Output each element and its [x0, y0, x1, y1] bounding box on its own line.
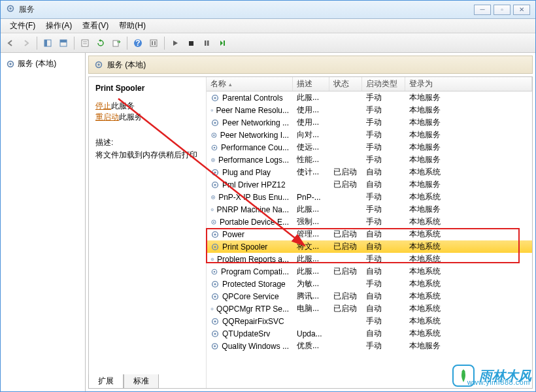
- properties-button[interactable]: [78, 36, 92, 50]
- table-row[interactable]: PnP-X IP Bus Enu...PnP-...手动本地系统: [207, 191, 532, 203]
- menu-file[interactable]: 文件(F): [5, 19, 41, 33]
- svg-point-67: [462, 370, 465, 374]
- svg-point-30: [213, 134, 214, 135]
- gear-icon: [210, 342, 219, 351]
- gear-icon: [210, 143, 218, 152]
- tree-root-services[interactable]: 服务 (本地): [3, 57, 82, 71]
- svg-point-52: [214, 270, 216, 272]
- tab-standard[interactable]: 标准: [124, 374, 159, 389]
- gear-icon: [210, 155, 216, 165]
- svg-rect-17: [207, 41, 209, 46]
- svg-point-26: [212, 110, 212, 110]
- svg-point-34: [212, 159, 214, 161]
- tab-extended[interactable]: 扩展: [88, 374, 124, 389]
- gear-icon: [210, 329, 220, 338]
- refresh-button[interactable]: [93, 36, 108, 50]
- close-button[interactable]: ✕: [513, 5, 530, 15]
- svg-point-32: [214, 146, 216, 148]
- table-row[interactable]: QTUpdateSrvUpda...自动本地系统: [207, 327, 532, 340]
- table-row[interactable]: Peer Networking I...向对...手动本地服务: [207, 129, 532, 141]
- svg-point-44: [213, 221, 214, 222]
- table-row[interactable]: Protected Storage为敏...手动本地系统: [207, 278, 532, 290]
- table-row[interactable]: Quality Windows ...优质...手动本地服务: [207, 340, 532, 352]
- svg-point-58: [212, 308, 212, 309]
- help-button[interactable]: ?: [131, 36, 145, 50]
- detail-pane: Print Spooler 停止此服务 重启动此服务 描述: 将文件加载到内存供…: [89, 77, 207, 388]
- maximize-button[interactable]: ▫: [494, 5, 511, 15]
- table-row[interactable]: Pml Driver HPZ12已启动自动本地服务: [207, 178, 532, 191]
- column-status[interactable]: 状态: [329, 77, 362, 91]
- gear-icon: [210, 255, 214, 264]
- menu-view[interactable]: 查看(V): [77, 19, 114, 33]
- column-name[interactable]: 名称▴: [207, 77, 293, 91]
- table-row[interactable]: Portable Device E...强制...手动本地系统: [207, 216, 532, 228]
- restart-service-link[interactable]: 重启动: [95, 112, 119, 122]
- gear-icon: [94, 60, 103, 69]
- table-row[interactable]: Performance Cou...使远...手动本地服务: [207, 141, 532, 154]
- column-description[interactable]: 描述: [293, 77, 329, 91]
- table-row[interactable]: Problem Reports a...此服...手动本地系统: [207, 253, 532, 265]
- table-row[interactable]: Performance Logs...性能...手动本地服务: [207, 154, 532, 166]
- pause-service-button[interactable]: [199, 36, 214, 50]
- window-title: 服务: [19, 4, 471, 15]
- gear-icon: [210, 205, 214, 214]
- gear-icon: [6, 59, 15, 69]
- separator: [127, 37, 127, 50]
- table-row[interactable]: QQPCMgr RTP Se...电脑...已启动自动本地系统: [207, 302, 532, 315]
- table-row[interactable]: Plug and Play使计...已启动自动本地系统: [207, 166, 532, 178]
- svg-point-48: [214, 246, 216, 248]
- svg-rect-18: [224, 41, 225, 46]
- list-header: 名称▴ 描述 状态 启动类型 登录为: [207, 77, 532, 91]
- gear-icon: [210, 93, 220, 103]
- watermark-url: www.ylmf888.com: [467, 378, 530, 386]
- main-area: 服务 (本地) 服务 (本地) Print Spooler 停止此服务 重启动此…: [1, 53, 535, 391]
- column-startup[interactable]: 启动类型: [362, 77, 405, 91]
- svg-rect-3: [44, 40, 47, 46]
- svg-point-1: [9, 7, 12, 10]
- stop-service-button[interactable]: [184, 36, 198, 50]
- svg-rect-9: [113, 41, 118, 46]
- minimize-button[interactable]: ─: [474, 5, 491, 15]
- view-tabs: 扩展 标准: [88, 374, 159, 389]
- svg-point-62: [214, 333, 216, 335]
- table-row[interactable]: Print Spooler将文...已启动自动本地系统: [207, 240, 532, 253]
- content-pane: 服务 (本地) Print Spooler 停止此服务 重启动此服务 描述: 将…: [86, 53, 535, 391]
- table-row[interactable]: Power管理...已启动自动本地系统: [207, 228, 532, 240]
- tree-root-label: 服务 (本地): [18, 58, 56, 69]
- service-list: 名称▴ 描述 状态 启动类型 登录为 Parental Controls此服..…: [207, 77, 532, 388]
- stop-service-link[interactable]: 停止: [95, 101, 111, 110]
- separator: [74, 37, 75, 50]
- svg-rect-6: [82, 40, 88, 46]
- table-row[interactable]: Peer Networking ...使用...手动本地服务: [207, 116, 532, 129]
- export-button[interactable]: [109, 36, 124, 50]
- svg-point-24: [214, 97, 216, 99]
- list-body[interactable]: Parental Controls此服...手动本地服务Peer Name Re…: [207, 91, 532, 388]
- menu-action[interactable]: 操作(A): [41, 19, 77, 33]
- table-row[interactable]: QPCore Service腾讯...已启动自动本地系统: [207, 290, 532, 302]
- svg-point-20: [9, 63, 12, 65]
- menu-help[interactable]: 帮助(H): [114, 19, 151, 33]
- table-row[interactable]: PNRP Machine Na...此服...手动本地服务: [207, 203, 532, 216]
- start-service-button[interactable]: [168, 36, 182, 50]
- toolbar: ?: [1, 33, 535, 53]
- toolbar-icon-1[interactable]: [41, 36, 55, 50]
- content-header-label: 服务 (本地): [107, 59, 146, 71]
- restart-service-button[interactable]: [215, 36, 229, 50]
- table-row[interactable]: QQRepairFixSVC手动本地系统: [207, 315, 532, 327]
- toolbar-icon-2[interactable]: [56, 36, 71, 50]
- column-logon[interactable]: 登录为: [405, 77, 532, 91]
- svg-rect-15: [189, 41, 193, 46]
- svg-point-46: [214, 233, 216, 235]
- toolbar-icon-3[interactable]: [146, 36, 161, 50]
- back-button[interactable]: [3, 36, 18, 50]
- watermark: 雨林木风 www.ylmf888.com: [452, 364, 531, 387]
- table-row[interactable]: Program Compati...此服...已启动自动本地系统: [207, 265, 532, 278]
- table-row[interactable]: Parental Controls此服...手动本地服务: [207, 91, 532, 104]
- gear-icon: [210, 180, 220, 189]
- svg-rect-5: [60, 40, 67, 42]
- forward-button[interactable]: [19, 36, 33, 50]
- menubar: 文件(F) 操作(A) 查看(V) 帮助(H): [1, 19, 535, 33]
- svg-point-60: [214, 320, 216, 322]
- svg-rect-12: [150, 40, 157, 46]
- table-row[interactable]: Peer Name Resolu...使用...手动本地服务: [207, 104, 532, 116]
